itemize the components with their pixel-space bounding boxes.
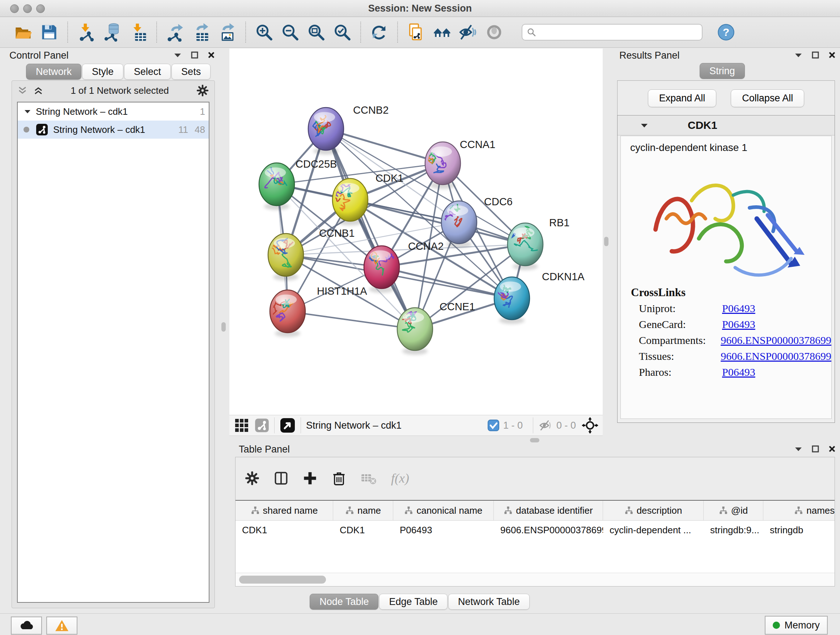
search-box[interactable] bbox=[522, 24, 703, 41]
right-splitter-handle[interactable] bbox=[604, 237, 608, 246]
column-header-namespace[interactable]: namespace bbox=[763, 501, 835, 520]
scrollbar-thumb[interactable] bbox=[239, 576, 326, 584]
collapse-icon[interactable] bbox=[794, 52, 802, 57]
node-label-CDK1: CDK1 bbox=[376, 172, 403, 184]
birdseye-view-icon[interactable] bbox=[279, 417, 295, 433]
create-column-plus-icon[interactable] bbox=[303, 471, 317, 486]
table-settings-gear-icon[interactable] bbox=[245, 471, 259, 486]
table-row[interactable]: CDK1CDK1P064939606.ENSP00000378699cyclin… bbox=[235, 521, 835, 539]
network-node-CCNE1[interactable]: CCNE1 bbox=[397, 301, 475, 355]
string-documents-icon[interactable] bbox=[406, 22, 426, 43]
close-icon[interactable] bbox=[829, 51, 836, 59]
selected-count: 1 - 0 bbox=[503, 420, 523, 431]
crosslink-link[interactable]: P06493 bbox=[722, 366, 755, 378]
show-columns-icon[interactable] bbox=[274, 471, 288, 486]
crosslink-link[interactable]: P06493 bbox=[722, 302, 755, 315]
network-node-HIST1H1A[interactable]: HIST1H1A bbox=[268, 285, 367, 337]
selected-checkbox-icon[interactable] bbox=[487, 419, 500, 432]
collapse-all-networks-icon[interactable] bbox=[34, 86, 43, 95]
network-node-CCNB2[interactable]: CCNB2 bbox=[308, 104, 388, 155]
export-table-icon[interactable] bbox=[191, 22, 212, 43]
close-icon[interactable] bbox=[829, 445, 836, 453]
network-node-CDKN1A[interactable]: CDKN1A bbox=[492, 271, 584, 324]
collapse-icon[interactable] bbox=[794, 447, 802, 451]
crosslink-row: Uniprot:P06493 bbox=[621, 301, 831, 317]
network-node-RB1[interactable]: RB1 bbox=[508, 217, 569, 270]
column-header-description[interactable]: description bbox=[603, 501, 704, 520]
warning-button[interactable] bbox=[46, 616, 77, 635]
zoom-fit-icon[interactable] bbox=[306, 22, 327, 43]
tab-network-table[interactable]: Network Table bbox=[448, 594, 530, 610]
string-eye-slash-icon[interactable] bbox=[458, 22, 478, 43]
help-icon[interactable]: ? bbox=[715, 22, 737, 43]
tab-sets[interactable]: Sets bbox=[172, 64, 210, 80]
network-node-CDC25B[interactable]: CDC25B bbox=[259, 158, 337, 210]
gene-name: CDK1 bbox=[688, 119, 717, 131]
node-count: 11 bbox=[178, 124, 188, 135]
table-cell: CDK1 bbox=[333, 521, 393, 539]
grid-view-icon[interactable] bbox=[235, 419, 248, 432]
import-network-file-icon[interactable] bbox=[76, 22, 96, 43]
column-header--id[interactable]: @id bbox=[704, 501, 763, 520]
title-bar: Session: New Session bbox=[0, 0, 840, 17]
crosslink-row: GeneCard:P06493 bbox=[621, 317, 831, 333]
fit-selected-crosshair-icon[interactable] bbox=[582, 417, 598, 434]
string-sphere-icon[interactable] bbox=[484, 22, 505, 43]
section-expand-icon[interactable] bbox=[641, 123, 648, 128]
column-header-name[interactable]: name bbox=[333, 501, 393, 520]
node-table: shared namenamecanonical namedatabase id… bbox=[235, 500, 835, 573]
column-header-shared-name[interactable]: shared name bbox=[235, 501, 333, 520]
export-image-icon[interactable] bbox=[217, 22, 238, 43]
float-icon[interactable] bbox=[191, 51, 198, 59]
tab-style[interactable]: Style bbox=[82, 64, 123, 80]
search-input[interactable] bbox=[536, 27, 698, 38]
collapse-all-button[interactable]: Collapse All bbox=[731, 89, 804, 107]
crosslink-link[interactable]: 9606.ENSP00000378699 bbox=[721, 350, 831, 363]
zoom-out-icon[interactable] bbox=[279, 22, 301, 43]
network-edge-CCNA2-CDKN1A[interactable] bbox=[382, 267, 512, 298]
float-icon[interactable] bbox=[812, 445, 819, 453]
collapse-icon[interactable] bbox=[174, 52, 182, 57]
column-header-canonical-name[interactable]: canonical name bbox=[393, 501, 494, 520]
import-network-database-icon[interactable] bbox=[102, 22, 123, 43]
gear-icon[interactable] bbox=[196, 84, 209, 97]
zoom-in-icon[interactable] bbox=[254, 22, 275, 43]
expand-all-networks-icon[interactable] bbox=[18, 86, 27, 95]
tab-network[interactable]: Network bbox=[26, 64, 81, 80]
tab-node-table[interactable]: Node Table bbox=[309, 594, 378, 610]
tree-expand-icon[interactable] bbox=[24, 109, 31, 114]
table-header-row: shared namenamecanonical namedatabase id… bbox=[235, 501, 835, 521]
search-icon bbox=[527, 27, 536, 37]
import-table-file-icon[interactable] bbox=[128, 22, 149, 43]
node-label-CCNA2: CCNA2 bbox=[408, 241, 444, 252]
warning-icon bbox=[55, 619, 69, 632]
tab-edge-table[interactable]: Edge Table bbox=[379, 594, 447, 610]
network-edge-CCNE1-HIST1H1A[interactable] bbox=[287, 311, 415, 329]
crosslink-link[interactable]: P06493 bbox=[722, 318, 755, 331]
results-node-header[interactable]: CDK1 bbox=[617, 116, 835, 135]
cloud-button[interactable] bbox=[11, 616, 42, 635]
zoom-selected-icon[interactable] bbox=[332, 22, 353, 43]
table-horizontal-scrollbar[interactable] bbox=[235, 573, 835, 586]
tab-select[interactable]: Select bbox=[124, 64, 171, 80]
network-canvas[interactable]: CCNB2CCNA1CDC25BCDK1CDC6RB1CCNB1CCNA2CDK… bbox=[229, 49, 603, 415]
crosslink-link[interactable]: 9606.ENSP00000378699 bbox=[721, 334, 831, 347]
apply-layout-icon[interactable] bbox=[369, 22, 390, 43]
bottom-splitter-handle[interactable] bbox=[530, 438, 539, 442]
network-node-CCNA2[interactable]: CCNA2 bbox=[364, 241, 444, 293]
tab-string[interactable]: String bbox=[699, 63, 745, 79]
close-icon[interactable] bbox=[208, 51, 215, 59]
network-tree-root-row[interactable]: String Network – cdk1 1 bbox=[18, 103, 209, 120]
network-tree-item-row[interactable]: String Network – cdk1 11 48 bbox=[18, 120, 209, 139]
string-houses-icon[interactable] bbox=[431, 22, 453, 43]
column-header-database-identifier[interactable]: database identifier bbox=[494, 501, 603, 520]
memory-button[interactable]: Memory bbox=[765, 616, 828, 635]
left-splitter-handle[interactable] bbox=[221, 322, 226, 332]
delete-column-trash-icon[interactable] bbox=[332, 471, 346, 486]
expand-all-button[interactable]: Expand All bbox=[648, 89, 717, 107]
save-session-icon[interactable] bbox=[39, 22, 60, 43]
share-view-icon[interactable] bbox=[255, 418, 269, 432]
float-icon[interactable] bbox=[812, 51, 819, 59]
open-session-icon[interactable] bbox=[13, 22, 34, 43]
export-network-icon[interactable] bbox=[164, 22, 186, 43]
